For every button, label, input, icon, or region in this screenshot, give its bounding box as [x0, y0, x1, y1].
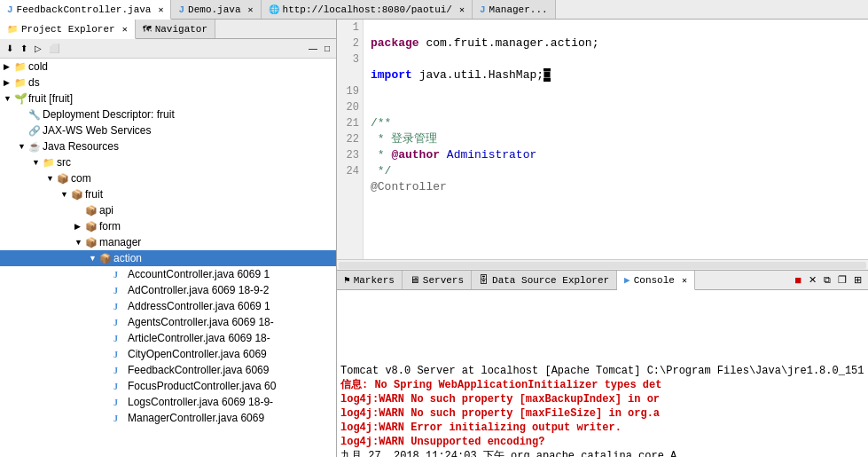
arrow-com[interactable]: ▼: [46, 174, 57, 183]
minimize-btn[interactable]: —: [306, 43, 320, 54]
link-btn[interactable]: ▷: [32, 43, 44, 54]
console-line-2: log4j:WARN No such property [maxBackupIn…: [340, 392, 864, 406]
tab-project-explorer[interactable]: 📁 Project Explorer ✕: [0, 20, 136, 39]
tree-fruit-pkg[interactable]: ▼ 📦 fruit: [0, 186, 336, 202]
label-address: AddressController.java 6069 1: [128, 300, 270, 312]
label-fruit-pkg: fruit: [85, 188, 103, 201]
servers-icon: 🖥: [410, 274, 419, 286]
tab-navigator[interactable]: 🗺 Navigator: [136, 20, 215, 38]
tree-deployment[interactable]: 🔧 Deployment Descriptor: fruit: [0, 106, 336, 122]
tree-form[interactable]: ▶ 📦 form: [0, 218, 336, 234]
collapse-all-btn[interactable]: ⬇: [4, 43, 16, 54]
stack-btn[interactable]: ⧉: [821, 273, 833, 287]
tab-feedback[interactable]: J FeedbackController.java ✕: [0, 0, 171, 20]
tree-focusproduct[interactable]: J FocusProductController.java 60: [0, 378, 336, 394]
console-label: Console: [634, 275, 675, 286]
arrow-ds[interactable]: ▶: [4, 78, 14, 87]
label-jaxws: JAX-WS Web Services: [43, 124, 151, 137]
pin-btn[interactable]: ⊞: [851, 273, 864, 287]
label-article: ArticleController.java 6069 18-: [128, 332, 270, 344]
code-content[interactable]: package com.fruit.manager.action; import…: [364, 20, 868, 259]
package-icon-api: 📦: [85, 205, 99, 217]
label-form: form: [99, 220, 121, 232]
close-console-btn[interactable]: ✕: [806, 273, 819, 287]
label-account: AccountController.java 6069 1: [128, 268, 270, 280]
java-icon-managerctrl: J: [113, 414, 128, 423]
tab-servers[interactable]: 🖥 Servers: [403, 271, 472, 289]
stop-btn[interactable]: ■: [792, 272, 804, 288]
arrow-fruit-pkg[interactable]: ▼: [60, 190, 71, 199]
label-focusproduct: FocusProductController.java 60: [128, 380, 276, 392]
label-manager: manager: [99, 236, 141, 248]
tree-api[interactable]: 📦 api: [0, 202, 336, 218]
tab-console[interactable]: ▶ Console ✕: [617, 271, 695, 290]
label-logs: LogsController.java 6069 18-9-: [128, 396, 273, 408]
java-icon-logs: J: [113, 398, 128, 407]
tree-agents[interactable]: J AgentsController.java 6069 18-: [0, 314, 336, 330]
tree-fruit[interactable]: ▼ 🌱 fruit [fruit]: [0, 91, 336, 106]
label-cityopen: CityOpenController.java 6069: [128, 348, 267, 360]
tree-jaxws[interactable]: 🔗 JAX-WS Web Services: [0, 122, 336, 138]
arrow-form[interactable]: ▶: [74, 222, 85, 231]
tree-logs[interactable]: J LogsController.java 6069 18-9-: [0, 394, 336, 410]
tree-address[interactable]: J AddressController.java 6069 1: [0, 298, 336, 314]
close-icon-pe[interactable]: ✕: [122, 24, 128, 35]
tree-ds[interactable]: ▶ 📁 ds: [0, 75, 336, 91]
java-icon-demo: J: [178, 4, 184, 15]
maximize-btn[interactable]: □: [322, 43, 332, 54]
tree-com[interactable]: ▼ 📦 com: [0, 170, 336, 186]
java-icon-feedbackctrl: J: [113, 366, 128, 375]
label-deployment: Deployment Descriptor: fruit: [43, 108, 175, 121]
tree-javaresources[interactable]: ▼ ☕ Java Resources: [0, 138, 336, 154]
label-feedbackctrl: FeedbackController.java 6069: [128, 364, 269, 376]
console-line-5: log4j:WARN Unsupported encoding?: [340, 435, 864, 449]
arrow-action[interactable]: ▼: [89, 254, 99, 263]
view-menu-btn[interactable]: ⬜: [46, 43, 62, 54]
arrow-src[interactable]: ▼: [32, 158, 43, 167]
label-cold: cold: [28, 60, 48, 73]
label-src: src: [57, 156, 71, 169]
project-icon: 📁: [7, 24, 18, 35]
arrow-fruit[interactable]: ▼: [4, 94, 14, 103]
expand-btn[interactable]: ⬆: [18, 43, 30, 54]
arrow-manager[interactable]: ▼: [74, 238, 85, 247]
tab-demo-label: Demo.java: [188, 4, 240, 15]
tab-localhost[interactable]: 🌐 http://localhost:8080/paotui/ ✕: [262, 0, 473, 19]
tab-datasource[interactable]: 🗄 Data Source Explorer: [472, 271, 617, 289]
tree-feedbackctrl[interactable]: J FeedbackController.java 6069: [0, 362, 336, 378]
code-hscroll[interactable]: [337, 259, 868, 270]
open-console-btn[interactable]: ❐: [835, 273, 849, 287]
tree-article[interactable]: J ArticleController.java 6069 18-: [0, 330, 336, 346]
tree-cityopen[interactable]: J CityOpenController.java 6069: [0, 346, 336, 362]
tree-cold[interactable]: ▶ 📁 cold: [0, 59, 336, 75]
close-icon-localhost[interactable]: ✕: [459, 4, 465, 15]
tab-demo[interactable]: J Demo.java ✕: [171, 0, 261, 19]
close-icon-demo[interactable]: ✕: [248, 4, 254, 15]
project-tree: ▶ 📁 cold ▶ 📁 ds ▼ 🌱 fruit [fruit]: [0, 59, 336, 457]
label-managerctrl: ManagerController.java 6069: [128, 412, 264, 424]
tab-markers[interactable]: ⚑ Markers: [337, 271, 403, 289]
close-icon[interactable]: ✕: [158, 4, 163, 15]
label-com: com: [71, 172, 91, 185]
tree-managerctrl[interactable]: J ManagerController.java 6069: [0, 410, 336, 426]
tree-action[interactable]: ▼ 📦 action: [0, 250, 336, 266]
label-ad: AdController.java 6069 18-9-2: [128, 284, 269, 296]
project-icon-fruit: 🌱: [14, 92, 28, 105]
label-action: action: [113, 252, 142, 264]
arrow-jr[interactable]: ▼: [18, 142, 28, 151]
tab-manager[interactable]: J Manager...: [473, 0, 556, 19]
bottom-tab-bar: ⚑ Markers 🖥 Servers 🗄 Data Source Explor…: [337, 271, 868, 362]
line-numbers: 1 2 3 19 20 21 22 23 24: [337, 20, 364, 259]
package-icon-manager: 📦: [85, 237, 99, 248]
tree-manager[interactable]: ▼ 📦 manager: [0, 234, 336, 250]
arrow-cold[interactable]: ▶: [4, 62, 14, 71]
close-icon-console[interactable]: ✕: [682, 275, 687, 286]
servers-label: Servers: [423, 275, 464, 286]
folder-icon-cold: 📁: [14, 61, 28, 73]
tree-account[interactable]: J AccountController.java 6069 1: [0, 266, 336, 282]
tree-ad[interactable]: J AdController.java 6069 18-9-2: [0, 282, 336, 298]
tree-src[interactable]: ▼ 📁 src: [0, 154, 336, 170]
java-icon-article: J: [113, 334, 128, 343]
tab-manager-label: Manager...: [489, 4, 548, 15]
label-fruit: fruit [fruit]: [28, 92, 73, 105]
